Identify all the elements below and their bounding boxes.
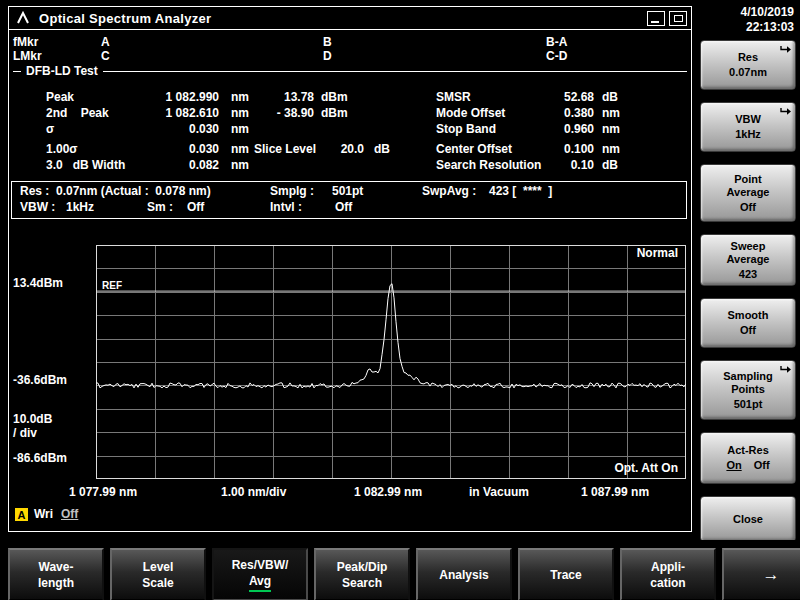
center-offset-value: 0.100 [509,143,594,156]
meas-row-3db-width: 3.0 dB Width 0.082 nm Search Resolution … [9,159,691,173]
search-resolution-unit: dB [602,159,618,172]
softkey-value: 1kHz [735,128,761,141]
meas-row-sigma: σ 0.030 nm Stop Band 0.960 nm [9,123,691,137]
fkey-label: Search [342,575,382,591]
fkey-label: Wave- [39,559,74,575]
fkey-trace[interactable]: Trace [518,548,614,600]
wavelength-value: 0.082 [89,159,219,172]
softkey-vbw[interactable]: VBW 1kHz [700,102,796,152]
wavelength-unit: nm [231,159,249,172]
maximize-button[interactable] [669,11,687,26]
smplg-setting-value: 501pt [332,185,363,198]
next-menu-arrow-icon: → [763,567,780,583]
softkey-res[interactable]: Res 0.07nm [700,40,796,90]
fkey-label: Avg [249,573,271,592]
mode-offset-value: 0.380 [509,107,594,120]
softkey-close[interactable]: Close [700,496,796,542]
date-text: 4/10/2019 [741,5,794,20]
intvl-setting-value: Off [335,201,352,214]
intvl-setting-label: Intvl : [270,201,302,214]
smsr-unit: dB [602,91,618,104]
fkey-peak-dip-search[interactable]: Peak/Dip Search [314,548,410,600]
fkey-label: Appli- [651,559,685,575]
marker-c-d: C-D [546,50,567,63]
fkey-label: Peak/Dip [337,559,388,575]
slice-level-label: Slice Level [254,143,316,156]
window-buttons [643,11,687,26]
stop-band-label: Stop Band [436,123,496,136]
fkey-res-vbw-avg[interactable]: Res/VBW/ Avg [212,548,308,600]
x-axis-medium-label: in Vacuum [469,486,529,499]
fkey-label: Analysis [439,567,488,583]
softkey-smooth[interactable]: Smooth Off [700,298,796,348]
softkey-act-res[interactable]: Act-Res On Off [700,432,796,484]
swpavg-setting-label: SwpAvg : [422,185,476,198]
fkey-label: Level [143,559,174,575]
window-title: Optical Spectrum Analyzer [39,11,211,26]
x-axis-start-wavelength: 1 077.99 nm [69,486,137,499]
marker-a: A [101,36,110,49]
wavelength-value: 0.030 [89,143,219,156]
lmkr-label: LMkr [13,50,42,63]
meas-label: 1.00σ [46,143,78,156]
wavelength-value: 1 082.990 [89,91,219,104]
fkey-application[interactable]: Appli- cation [620,548,716,600]
softkey-title: VBW [735,113,761,126]
meas-label: σ [46,123,54,136]
datetime-display: 4/10/2019 22:13:03 [741,5,794,35]
fkey-next-menu[interactable]: → [722,548,800,600]
act-res-on-option[interactable]: On [726,459,741,472]
title-bar: Optical Spectrum Analyzer [9,7,691,30]
fkey-level-scale[interactable]: Level Scale [110,548,206,600]
mode-offset-unit: nm [602,107,620,120]
minimize-icon [651,21,659,23]
softkey-title: Close [733,513,763,526]
ref-label: REF [102,279,122,292]
sm-setting-value: Off [187,201,204,214]
x-axis-center-wavelength: 1 082.99 nm [354,486,422,499]
analysis-section-header: DFB-LD Test [13,64,687,78]
marker-c: C [101,50,110,63]
softkey-value: 423 [739,268,757,281]
act-res-off-option[interactable]: Off [754,459,770,472]
x-axis-stop-wavelength: 1 087.99 nm [581,486,649,499]
smplg-setting-label: Smplg : [270,185,314,198]
anritsu-logo-icon [15,11,31,25]
y-axis-scale-per-div-2: / div [13,427,37,440]
fkey-wavelength[interactable]: Wave- length [8,548,104,600]
submenu-arrow-icon [779,106,792,119]
meas-row-peak: Peak 1 082.990 nm 13.78 dBm SMSR 52.68 d… [9,91,691,105]
res-setting-label: Res : [20,185,49,198]
vbw-setting-label: VBW : [20,201,55,214]
smsr-label: SMSR [436,91,471,104]
fkey-label: Res/VBW/ [232,557,289,573]
osa-screen: 4/10/2019 22:13:03 Optical Spectrum Anal… [0,0,800,600]
fkey-label: Trace [550,567,581,583]
function-key-bar: Wave- length Level Scale Res/VBW/ Avg Pe… [0,540,800,600]
trace-write-status: Wri [34,508,53,521]
wavelength-unit: nm [231,123,249,136]
softkey-point-average[interactable]: Point Average Off [700,164,796,222]
x-axis-scale-per-div: 1.00 nm/div [221,486,286,499]
submenu-arrow-icon [779,44,792,57]
trace-mode-label: Normal [637,247,678,260]
marker-d: D [323,50,332,63]
softkey-sweep-average[interactable]: Sweep Average 423 [700,234,796,286]
rule-dash [13,71,21,72]
swpavg-setting-value: 423 [ **** ] [489,185,552,198]
rule-line [103,71,687,72]
slice-level-unit: dB [374,143,390,156]
time-text: 22:13:03 [741,20,794,35]
level-value: 13.78 [239,91,314,104]
submenu-arrow-icon [779,364,792,377]
minimize-button[interactable] [647,11,665,26]
softkey-value: 501pt [734,398,763,411]
res-setting-value: 0.07nm (Actual : 0.078 nm) [56,185,211,198]
softkey-sampling-points[interactable]: Sampling Points 501pt [700,360,796,420]
analysis-test-label: DFB-LD Test [26,64,98,78]
vbw-setting-value: 1kHz [66,201,94,214]
sm-setting-label: Sm : [147,201,173,214]
fkey-analysis[interactable]: Analysis [416,548,512,600]
marker-b-a: B-A [546,36,567,49]
softkey-column: Res 0.07nm VBW 1kHz Point Average Off Sw… [700,40,796,542]
